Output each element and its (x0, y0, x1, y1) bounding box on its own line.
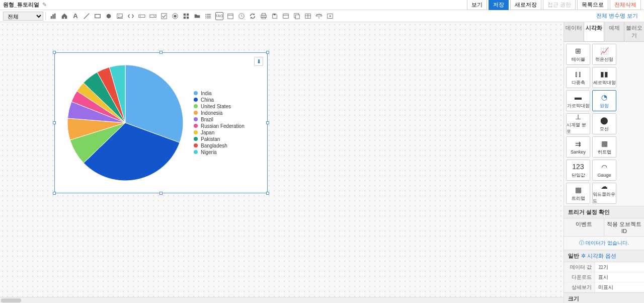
svg-point-13 (174, 15, 176, 17)
delete-all-button[interactable]: 전체삭제 (610, 0, 641, 10)
legend-item[interactable]: Indonesia (194, 110, 245, 116)
svg-rect-4 (95, 14, 101, 18)
svg-rect-30 (273, 14, 275, 15)
tab-etc[interactable]: 예제 (604, 22, 624, 41)
prop-dlbtn-value[interactable]: 표시 (595, 272, 644, 282)
list-button[interactable]: 목록으로 (577, 0, 608, 10)
tag-badge-icon[interactable]: TAG (215, 12, 223, 20)
edit-title-icon[interactable]: ✎ (42, 2, 47, 8)
resize-handle[interactable] (266, 121, 269, 124)
vis-type-table[interactable]: ⊞테이블 (566, 44, 590, 65)
pie-chart (65, 62, 186, 183)
prop-detailbtn-label: 상세보기 버튼 (564, 282, 595, 292)
dropdown-icon[interactable] (149, 12, 157, 20)
tab-data[interactable]: 데이터 (564, 22, 584, 41)
tab-import[interactable]: 불러오기 (624, 22, 644, 41)
bar-chart-icon[interactable] (49, 12, 57, 20)
legend-item[interactable]: Brazil (194, 116, 245, 122)
save-icon[interactable] (271, 12, 279, 20)
vis-type-hbar[interactable]: ▬가로막대형 (566, 90, 590, 111)
code-icon[interactable] (127, 12, 135, 20)
calendar-icon[interactable] (226, 12, 234, 20)
legend-item[interactable]: United States (194, 103, 245, 109)
page-title: 원형_튜토리얼 (3, 1, 39, 9)
vis-type-line[interactable]: 📈꺾은선형 (592, 44, 616, 65)
clock-icon[interactable] (237, 12, 246, 20)
vis-type-gauge[interactable]: ◠Gauge (592, 160, 616, 181)
legend-item[interactable]: Russian Federation (194, 123, 245, 129)
vis-type-multiaxis[interactable]: ⫿⫿다중축 (566, 67, 590, 88)
radio-icon[interactable] (171, 12, 179, 20)
canvas[interactable]: ⬇ IndiaChinaUnited StatesIndonesiaBrazil… (0, 22, 564, 297)
section-general: 일반✲ 시각화 옵션 (564, 250, 644, 262)
resize-handle[interactable] (266, 192, 269, 195)
vis-type-single[interactable]: 123단일값 (566, 160, 590, 181)
line-icon[interactable] (83, 12, 91, 20)
legend-item[interactable]: Bangladesh (194, 142, 245, 148)
svg-rect-14 (184, 13, 186, 15)
svg-rect-24 (228, 14, 233, 19)
table-icon[interactable] (304, 12, 312, 20)
resize-handle[interactable] (53, 121, 56, 124)
svg-rect-16 (184, 16, 186, 18)
trigger-col-objid: 적용 오브젝트 ID (604, 218, 644, 236)
legend-item[interactable]: China (194, 97, 245, 103)
svg-rect-31 (283, 14, 289, 18)
home-icon[interactable] (60, 12, 68, 20)
chart-legend: IndiaChinaUnited StatesIndonesiaBrazilRu… (194, 90, 245, 156)
trigger-col-event: 이벤트 (564, 218, 604, 236)
legend-item[interactable]: Pakistan (194, 136, 245, 142)
play-window-icon[interactable] (326, 12, 334, 20)
download-icon[interactable]: ⬇ (254, 57, 263, 66)
svg-rect-17 (187, 16, 189, 18)
pie-chart-widget[interactable]: ⬇ IndiaChinaUnited StatesIndonesiaBrazil… (54, 52, 268, 193)
resize-handle[interactable] (53, 192, 56, 195)
list-icon[interactable] (204, 12, 212, 20)
horizontal-scrollbar[interactable] (0, 297, 564, 303)
legend-item[interactable]: India (194, 90, 245, 96)
checkbox-icon[interactable] (160, 12, 168, 20)
save-button[interactable]: 저장 (489, 0, 509, 10)
vis-type-wordcloud[interactable]: ☁워드클라우드 (592, 183, 616, 204)
prop-datalabel-value[interactable]: 끄기 (595, 262, 644, 272)
input-textfield-icon[interactable] (138, 12, 146, 20)
window-icon[interactable] (282, 12, 290, 20)
svg-point-5 (107, 14, 111, 18)
refresh-icon[interactable] (249, 12, 257, 20)
svg-rect-8 (139, 15, 145, 17)
show-variables-link[interactable]: 전체 변수명 보기 (596, 12, 641, 20)
prop-detailbtn-value[interactable]: 미표시 (595, 282, 644, 292)
folder-icon[interactable] (193, 12, 201, 20)
vis-type-treemap[interactable]: ▦트리맵 (566, 183, 590, 204)
save-as-button[interactable]: 새로저장 (510, 0, 541, 10)
image-icon[interactable] (116, 12, 124, 20)
svg-point-7 (118, 15, 119, 16)
resize-handle[interactable] (53, 51, 56, 54)
grid-icon[interactable] (182, 12, 190, 20)
right-sidebar: 데이터 시각화 예제 불러오기 ⊞테이블 📈꺾은선형 ⫿⫿다중축 ▮▮세로막대형… (564, 22, 644, 303)
print-icon[interactable] (260, 12, 268, 20)
vis-type-heatmap[interactable]: ▦히트맵 (592, 136, 616, 158)
vis-type-motion[interactable]: ⬤모션 (592, 113, 616, 134)
modal-icon[interactable] (293, 12, 301, 20)
text-icon[interactable]: A (71, 12, 79, 20)
resize-handle[interactable] (266, 51, 269, 54)
vis-type-vbar[interactable]: ▮▮세로막대형 (592, 67, 616, 88)
resize-handle[interactable] (159, 51, 163, 54)
vis-type-pie[interactable]: ◔원형 (592, 90, 616, 111)
rect-icon[interactable] (94, 12, 102, 20)
view-button[interactable]: 보기 (467, 0, 487, 10)
circle-icon[interactable] (105, 12, 113, 20)
legend-item[interactable]: Nigeria (194, 149, 245, 155)
balance-icon[interactable] (315, 12, 323, 20)
scope-select[interactable]: 전체 (3, 12, 43, 21)
svg-point-23 (205, 17, 206, 18)
svg-line-3 (84, 13, 90, 19)
legend-item[interactable]: Japan (194, 129, 245, 135)
prop-dlbtn-label: 다운로드 버튼 (564, 272, 595, 282)
resize-handle[interactable] (159, 192, 163, 195)
vis-type-timeseries[interactable]: ⊥시계열 분포 (566, 113, 590, 134)
vis-type-sankey[interactable]: ⇉Sankey (566, 136, 590, 158)
tab-visualization[interactable]: 시각화 (584, 22, 604, 41)
vis-options-link[interactable]: ✲ 시각화 옵션 (581, 253, 616, 259)
